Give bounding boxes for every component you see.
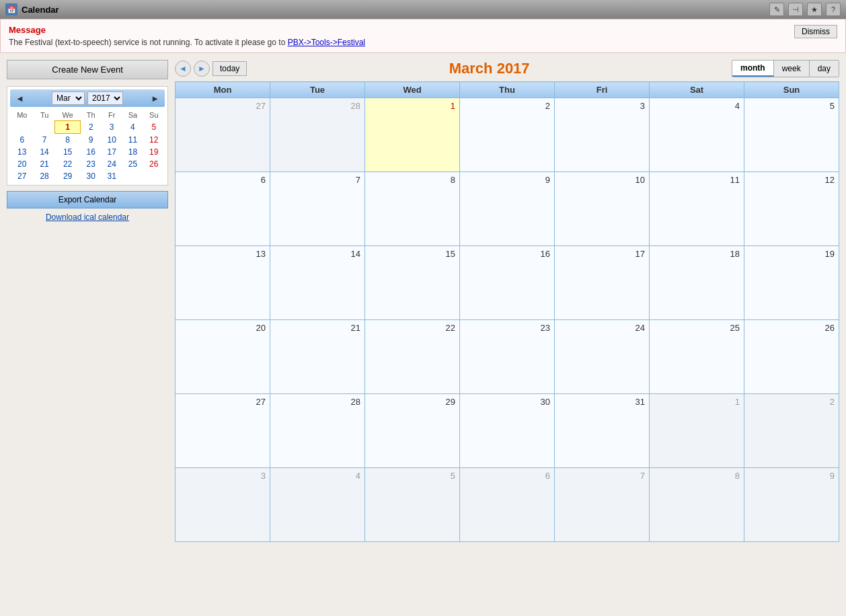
mini-cal-day[interactable]: 26 [143,158,164,170]
mini-cal-day[interactable]: 7 [34,134,55,147]
mini-header-tu: Tu [34,110,55,121]
mini-cal-day[interactable]: 17 [102,146,122,158]
mini-cal-day[interactable]: 20 [10,158,34,170]
star-icon[interactable]: ★ [807,3,822,16]
dismiss-button[interactable]: Dismiss [794,25,837,38]
calendar-cell[interactable]: 21 [270,320,365,394]
calendar-cell[interactable]: 4 [650,98,744,172]
mini-cal-day[interactable]: 5 [143,121,164,134]
mini-cal-day[interactable]: 9 [81,134,102,147]
mini-cal-day[interactable]: 8 [55,134,81,147]
calendar-cell[interactable]: 22 [365,320,460,394]
mini-cal-day[interactable]: 11 [122,134,143,147]
calendar-cell[interactable]: 19 [744,246,839,320]
mini-cal-day[interactable]: 21 [34,158,55,170]
calendar-cell[interactable]: 5 [365,468,460,542]
next-month-button[interactable]: ► [194,61,210,77]
calendar-cell[interactable]: 29 [365,394,460,468]
calendar-cell[interactable]: 13 [176,246,270,320]
calendar-cell[interactable]: 3 [555,98,650,172]
calendar-cell[interactable]: 28 [270,98,365,172]
calendar-cell[interactable]: 25 [650,320,744,394]
calendar-cell[interactable]: 11 [650,172,744,246]
day-number: 24 [557,321,646,334]
calendar-cell[interactable]: 17 [555,246,650,320]
calendar-cell[interactable]: 15 [365,246,460,320]
calendar-cell[interactable]: 9 [460,172,555,246]
mini-cal-day[interactable]: 25 [122,158,143,170]
calendar-cell[interactable]: 20 [176,320,270,394]
calendar-cell[interactable]: 3 [176,468,270,542]
app-title: Calendar [22,5,59,15]
mini-cal-day[interactable]: 10 [102,134,122,147]
month-view-button[interactable]: month [732,61,774,77]
calendar-cell[interactable]: 16 [460,246,555,320]
help-icon[interactable]: ? [826,3,841,16]
calendar-cell[interactable]: 9 [744,468,839,542]
mini-cal-day[interactable]: 18 [122,146,143,158]
day-number: 23 [463,321,551,334]
year-select[interactable]: 2015201620172018 [87,91,123,105]
calendar-cell[interactable]: 1 [650,394,744,468]
calendar-cell[interactable]: 14 [270,246,365,320]
calendar-cell[interactable]: 28 [270,394,365,468]
mini-cal-day[interactable]: 28 [34,170,55,182]
calendar-cell[interactable]: 6 [176,172,270,246]
calendar-cell[interactable]: 31 [555,394,650,468]
mini-cal-day[interactable]: 16 [81,146,102,158]
mini-cal-day[interactable]: 31 [102,170,122,182]
calendar-cell[interactable]: 5 [744,98,839,172]
mini-cal-day[interactable]: 14 [34,146,55,158]
mini-cal-day[interactable]: 19 [143,146,164,158]
cal-header-thu: Thu [460,82,555,98]
calendar-cell[interactable]: 8 [365,172,460,246]
mini-cal-day[interactable]: 3 [102,121,122,134]
month-select[interactable]: JanFebMar AprMayJun JulAugSep OctNovDec [52,91,85,105]
calendar-cell[interactable]: 8 [650,468,744,542]
calendar-cell[interactable]: 27 [176,394,270,468]
week-view-button[interactable]: week [774,61,810,77]
create-event-button[interactable]: Create New Event [7,60,168,79]
mini-next-button[interactable]: ► [148,93,162,104]
calendar-cell[interactable]: 4 [270,468,365,542]
mini-cal-day[interactable]: 4 [122,121,143,134]
calendar-cell[interactable]: 1 [365,98,460,172]
calendar-cell[interactable]: 30 [460,394,555,468]
calendar-cell[interactable]: 2 [744,394,839,468]
mini-cal-day[interactable]: 12 [143,134,164,147]
pin-icon[interactable]: ⊣ [788,3,803,16]
calendar-cell[interactable]: 7 [555,468,650,542]
mini-cal-day[interactable]: 15 [55,146,81,158]
calendar-cell[interactable]: 26 [744,320,839,394]
mini-cal-day[interactable]: 1 [55,121,81,134]
edit-icon[interactable]: ✎ [769,3,784,16]
message-content: Message The Festival (text-to-speech) se… [9,25,365,47]
prev-month-button[interactable]: ◄ [175,61,191,77]
mini-cal-day[interactable]: 30 [81,170,102,182]
festival-link[interactable]: PBX->Tools->Festival [288,38,365,47]
mini-cal-day[interactable]: 2 [81,121,102,134]
calendar-cell[interactable]: 12 [744,172,839,246]
content-layout: Create New Event ◄ JanFebMar AprMayJun J… [0,53,846,549]
export-button[interactable]: Export Calendar [7,191,168,208]
day-view-button[interactable]: day [810,61,839,77]
mini-cal-day[interactable]: 6 [10,134,34,147]
mini-cal-day[interactable]: 22 [55,158,81,170]
calendar-cell[interactable]: 24 [555,320,650,394]
download-ical-link[interactable]: Download ical calendar [7,213,168,222]
calendar-cell[interactable]: 7 [270,172,365,246]
calendar-cell[interactable]: 23 [460,320,555,394]
mini-cal-day[interactable]: 23 [81,158,102,170]
mini-prev-button[interactable]: ◄ [13,93,27,104]
mini-cal-day[interactable]: 29 [55,170,81,182]
calendar-cell[interactable]: 10 [555,172,650,246]
mini-cal-day[interactable]: 27 [10,170,34,182]
calendar-cell[interactable]: 2 [460,98,555,172]
mini-cal-day[interactable]: 13 [10,146,34,158]
mini-cal-day[interactable]: 24 [102,158,122,170]
calendar-cell[interactable]: 6 [460,468,555,542]
today-button[interactable]: today [213,61,247,76]
calendar-cell[interactable]: 18 [650,246,744,320]
day-number: 3 [178,469,267,482]
calendar-cell[interactable]: 27 [176,98,270,172]
